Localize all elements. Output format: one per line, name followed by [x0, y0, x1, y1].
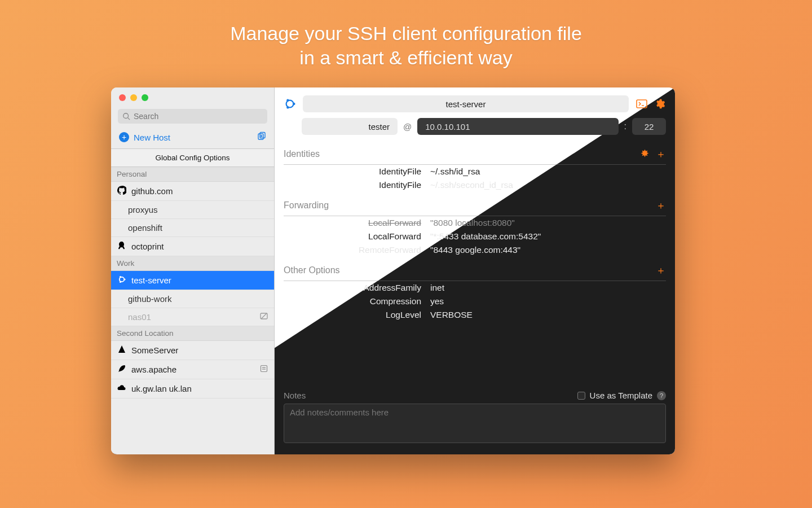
hostname-input[interactable] [417, 118, 618, 135]
section-title-other: Other Options [284, 265, 340, 275]
arch-icon [117, 345, 127, 356]
sidebar-item-label: octoprint [131, 242, 164, 251]
sidebar-item-proxyus[interactable]: proxyus [111, 201, 274, 219]
sidebar-item-nas01[interactable]: nas01 [111, 308, 274, 326]
notes-textarea[interactable] [284, 404, 666, 443]
svg-point-7 [120, 281, 121, 283]
use-as-template-label: Use as Template [590, 391, 652, 400]
sidebar-item-label: SomeServer [131, 345, 178, 355]
config-value: "8080 localhost:8080" [430, 218, 664, 228]
sidebar-item-label: test-server [131, 275, 171, 285]
sidebar-section-header: Work [111, 256, 274, 271]
config-key: Compression [286, 296, 421, 306]
sidebar-item-label: aws.apache [131, 365, 176, 374]
add-option-icon[interactable]: ＋ [656, 264, 666, 277]
section-title-forwarding: Forwarding [284, 200, 329, 211]
github-icon [117, 186, 127, 196]
svg-point-16 [286, 106, 289, 108]
hero-line2: in a smart & efficient way [299, 47, 512, 68]
at-symbol: @ [403, 122, 412, 132]
config-row[interactable]: LogLevelVERBOSE [284, 308, 666, 322]
colon-symbol: : [624, 121, 626, 132]
sidebar: + New Host Global Config Options Persona… [111, 87, 275, 454]
config-row[interactable]: Compressionyes [284, 295, 666, 308]
config-row[interactable]: RemoteForward"8443 google.com:443" [284, 243, 666, 257]
config-key: LocalForward [286, 218, 421, 228]
config-value: "8443 google.com:443" [430, 245, 664, 255]
section-title-identities: Identities [284, 149, 320, 159]
new-host-button[interactable]: + New Host [119, 132, 170, 142]
svg-point-15 [286, 99, 289, 101]
sidebar-item-someserver[interactable]: SomeServer [111, 341, 274, 360]
minimize-icon[interactable] [130, 94, 137, 101]
add-forwarding-icon[interactable]: ＋ [656, 199, 666, 212]
config-key: AddressFamily [286, 283, 421, 293]
config-value: ~/.ssh/id_rsa [430, 167, 664, 177]
template-icon [259, 364, 268, 375]
ubuntu-icon [117, 275, 127, 286]
sidebar-section-header: Personal [111, 167, 274, 182]
svg-point-14 [293, 103, 295, 105]
svg-line-9 [261, 313, 267, 319]
sidebar-item-github-com[interactable]: github.com [111, 182, 274, 201]
svg-point-6 [120, 276, 121, 278]
help-icon[interactable]: ? [657, 391, 666, 400]
svg-rect-0 [258, 134, 263, 139]
sidebar-item-label: nas01 [128, 312, 151, 322]
config-key: LogLevel [286, 310, 421, 320]
user-input[interactable] [302, 118, 398, 135]
config-value: VERBOSE [430, 310, 664, 320]
sidebar-item-octoprint[interactable]: octoprint [111, 237, 274, 256]
svg-point-4 [120, 277, 124, 282]
close-icon[interactable] [119, 94, 126, 101]
hero-tagline: Manage your SSH client configuration fil… [0, 0, 812, 69]
config-key: IdentityFile [286, 180, 421, 190]
sidebar-item-test-server[interactable]: test-server [111, 271, 274, 290]
window-controls [111, 87, 274, 106]
detail-pane: @ : Identities ✸ ＋ IdentityFile~/.ssh/id… [275, 87, 675, 454]
sidebar-item-label: uk.gw.lan uk.lan [131, 384, 192, 393]
config-key: LocalForward [286, 231, 421, 242]
svg-rect-17 [637, 100, 647, 108]
gear-icon[interactable] [654, 98, 666, 110]
sidebar-item-github-work[interactable]: github-work [111, 290, 274, 308]
sidebar-item-label: github.com [131, 186, 173, 196]
config-row[interactable]: LocalForward"*:5433 database.com:5432" [284, 230, 666, 243]
config-row[interactable]: IdentityFile~/.ssh/second_id_rsa [284, 178, 666, 192]
config-row[interactable]: IdentityFile~/.ssh/id_rsa [284, 165, 666, 178]
config-row[interactable]: AddressFamilyinet [284, 281, 666, 295]
new-host-label: New Host [134, 133, 170, 142]
os-ubuntu-icon [284, 98, 296, 110]
disabled-icon [259, 312, 268, 322]
hero-line1: Manage your SSH client configuration fil… [230, 23, 582, 44]
config-key: IdentityFile [286, 167, 421, 177]
host-alias-input[interactable] [303, 95, 629, 112]
search-input[interactable] [118, 109, 267, 124]
svg-rect-10 [261, 366, 267, 372]
zoom-icon[interactable] [142, 94, 148, 101]
svg-point-5 [123, 278, 125, 280]
duplicate-icon[interactable] [257, 132, 266, 143]
use-as-template-checkbox[interactable] [577, 392, 585, 400]
config-key: RemoteForward [286, 245, 421, 255]
sidebar-item-aws-apache[interactable]: aws.apache [111, 360, 274, 379]
terminal-icon[interactable] [636, 98, 648, 110]
app-window: + New Host Global Config Options Persona… [111, 87, 675, 454]
wand-icon[interactable]: ✸ [641, 147, 649, 161]
config-value: "*:5433 database.com:5432" [430, 231, 664, 242]
plus-circle-icon: + [119, 132, 129, 142]
sidebar-item-label: openshift [128, 223, 162, 233]
add-identity-icon[interactable]: ＋ [656, 147, 666, 161]
sidebar-section-header: Second Location [111, 326, 274, 341]
notes-title: Notes [284, 391, 306, 400]
global-config-button[interactable]: Global Config Options [111, 148, 274, 167]
feather-icon [117, 364, 127, 375]
sidebar-item-label: github-work [128, 294, 172, 304]
sidebar-item-uk-gw-lan-uk-lan[interactable]: uk.gw.lan uk.lan [111, 379, 274, 398]
config-value: yes [430, 296, 664, 306]
config-value: inet [430, 283, 664, 293]
config-value: ~/.ssh/second_id_rsa [430, 180, 664, 190]
sidebar-item-openshift[interactable]: openshift [111, 219, 274, 237]
config-row[interactable]: LocalForward"8080 localhost:8080" [284, 216, 666, 230]
port-input[interactable] [632, 118, 666, 135]
